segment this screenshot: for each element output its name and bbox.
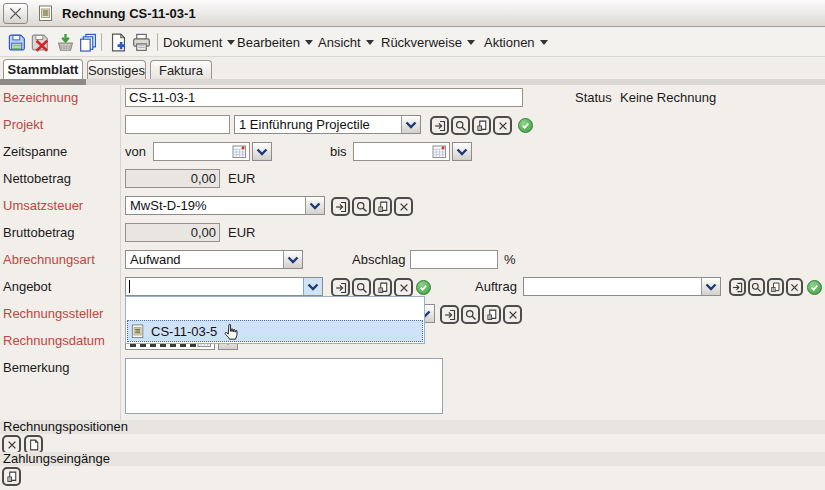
menu-label: Dokument bbox=[163, 35, 222, 50]
section-zahlungseingaenge-header: Zahlungseingänge bbox=[0, 452, 825, 466]
projekt-valid-check-icon bbox=[518, 118, 533, 133]
calendar-icon[interactable] bbox=[232, 144, 247, 159]
tab-stammblatt[interactable]: Stammblatt bbox=[3, 59, 83, 79]
calendar-icon[interactable] bbox=[432, 144, 447, 159]
clear-icon bbox=[398, 282, 410, 294]
chevron-down-icon bbox=[540, 40, 548, 45]
copy-document-button[interactable] bbox=[77, 31, 99, 53]
rechnungssteller-copy-button[interactable] bbox=[482, 305, 501, 324]
label-abschlag: Abschlag bbox=[352, 252, 405, 267]
toolbar-separator bbox=[101, 33, 102, 51]
dropdown-option-cs-11-03-5[interactable]: CS-11-03-5 bbox=[127, 320, 423, 342]
auftrag-valid-check-icon bbox=[807, 280, 822, 295]
rechnungssteller-goto-button[interactable] bbox=[440, 305, 459, 324]
chevron-down-icon bbox=[227, 40, 235, 45]
application-window: Rechnung CS-11-03-1 bbox=[0, 0, 825, 490]
umsatzsteuer-clear-button[interactable] bbox=[394, 197, 413, 216]
tab-label: Stammblatt bbox=[8, 62, 79, 77]
goto-icon bbox=[732, 282, 743, 293]
chevron-down-icon[interactable] bbox=[305, 197, 324, 214]
save-button[interactable] bbox=[5, 31, 27, 53]
tab-sonstiges[interactable]: Sonstiges bbox=[87, 60, 146, 79]
tab-label: Faktura bbox=[159, 63, 203, 78]
copy-icon bbox=[486, 309, 498, 321]
abschlag-input[interactable] bbox=[410, 250, 498, 269]
clear-icon bbox=[6, 439, 18, 451]
section-title: Rechnungspositionen bbox=[3, 419, 128, 434]
chevron-down-icon[interactable] bbox=[701, 278, 720, 295]
auftrag-search-button[interactable] bbox=[748, 278, 765, 296]
chevron-down-icon[interactable] bbox=[303, 278, 322, 295]
projekt-clear-button[interactable] bbox=[493, 116, 512, 135]
chevron-down-icon bbox=[467, 40, 475, 45]
chevron-down-icon[interactable] bbox=[401, 116, 420, 133]
angebot-clear-button[interactable] bbox=[394, 278, 413, 297]
clear-icon bbox=[507, 309, 519, 321]
tab-faktura[interactable]: Faktura bbox=[150, 60, 212, 79]
angebot-combobox[interactable] bbox=[125, 277, 323, 296]
menu-ansicht[interactable]: Ansicht bbox=[318, 34, 374, 51]
menu-label: Bearbeiten bbox=[237, 35, 300, 50]
rechnungssteller-search-button[interactable] bbox=[461, 305, 480, 324]
angebot-copy-button[interactable] bbox=[373, 278, 392, 297]
copy-icon bbox=[476, 120, 488, 132]
angebot-search-button[interactable] bbox=[352, 278, 371, 297]
new-document-icon bbox=[109, 33, 128, 52]
menu-aktionen[interactable]: Aktionen bbox=[484, 34, 548, 51]
angebot-valid-check-icon bbox=[416, 280, 431, 295]
bruttobetrag-field bbox=[125, 223, 220, 242]
menu-rueckverweise[interactable]: Rückverweise bbox=[381, 34, 475, 51]
status-value: Keine Rechnung bbox=[620, 90, 716, 105]
new-document-button[interactable] bbox=[107, 31, 129, 53]
copy-documents-icon bbox=[79, 33, 98, 52]
umsatzsteuer-copy-button[interactable] bbox=[373, 197, 392, 216]
search-icon bbox=[455, 120, 467, 132]
bemerkung-textarea[interactable] bbox=[125, 358, 443, 414]
auftrag-combobox[interactable] bbox=[523, 277, 721, 296]
von-dropdown-button[interactable] bbox=[252, 142, 272, 161]
bezeichnung-input[interactable] bbox=[125, 88, 523, 107]
chevron-down-icon bbox=[305, 40, 313, 45]
projekt-goto-button[interactable] bbox=[430, 116, 449, 135]
umsatzsteuer-goto-button[interactable] bbox=[331, 197, 350, 216]
bis-dropdown-button[interactable] bbox=[452, 142, 472, 161]
bruttobetrag-currency: EUR bbox=[228, 225, 255, 240]
projekt-copy-button[interactable] bbox=[472, 116, 491, 135]
nettobetrag-currency: EUR bbox=[228, 171, 255, 186]
search-icon bbox=[751, 282, 762, 293]
chevron-down-icon[interactable] bbox=[283, 251, 302, 268]
label-column-divider bbox=[120, 85, 121, 420]
projekt-code-input[interactable] bbox=[125, 115, 230, 134]
status-label: Status bbox=[575, 90, 612, 105]
delete-button[interactable] bbox=[28, 31, 50, 53]
rechnungssteller-clear-button[interactable] bbox=[503, 305, 522, 324]
umsatzsteuer-search-button[interactable] bbox=[352, 197, 371, 216]
angebot-goto-button[interactable] bbox=[331, 278, 350, 297]
dropdown-option-empty[interactable] bbox=[127, 298, 423, 319]
close-button[interactable] bbox=[3, 3, 28, 24]
abrechnungsart-select[interactable]: Aufwand bbox=[125, 250, 303, 269]
menu-bearbeiten[interactable]: Bearbeiten bbox=[237, 34, 313, 51]
auftrag-clear-button[interactable] bbox=[786, 278, 803, 296]
projekt-search-button[interactable] bbox=[451, 116, 470, 135]
invoice-icon bbox=[38, 5, 54, 22]
label-angebot: Angebot bbox=[3, 279, 51, 294]
chevron-down-icon bbox=[366, 40, 374, 45]
menu-label: Rückverweise bbox=[381, 35, 462, 50]
check-in-button[interactable] bbox=[54, 31, 76, 53]
print-button[interactable] bbox=[130, 31, 152, 53]
search-icon bbox=[465, 309, 477, 321]
zahlungseingaenge-copy-button[interactable] bbox=[2, 467, 21, 486]
menu-dokument[interactable]: Dokument bbox=[163, 34, 235, 51]
label-auftrag: Auftrag bbox=[475, 279, 517, 294]
nettobetrag-field bbox=[125, 169, 220, 188]
auftrag-copy-button[interactable] bbox=[767, 278, 784, 296]
label-bemerkung: Bemerkung bbox=[3, 360, 69, 375]
label-bezeichnung: Bezeichnung bbox=[3, 90, 78, 105]
projekt-select[interactable]: 1 Einführung Projectile bbox=[234, 115, 421, 134]
label-bis: bis bbox=[330, 144, 347, 159]
umsatzsteuer-select[interactable]: MwSt-D-19% bbox=[125, 196, 325, 215]
auftrag-goto-button[interactable] bbox=[729, 278, 746, 296]
clear-icon bbox=[789, 282, 800, 293]
dropdown-option-label: CS-11-03-5 bbox=[151, 324, 217, 339]
